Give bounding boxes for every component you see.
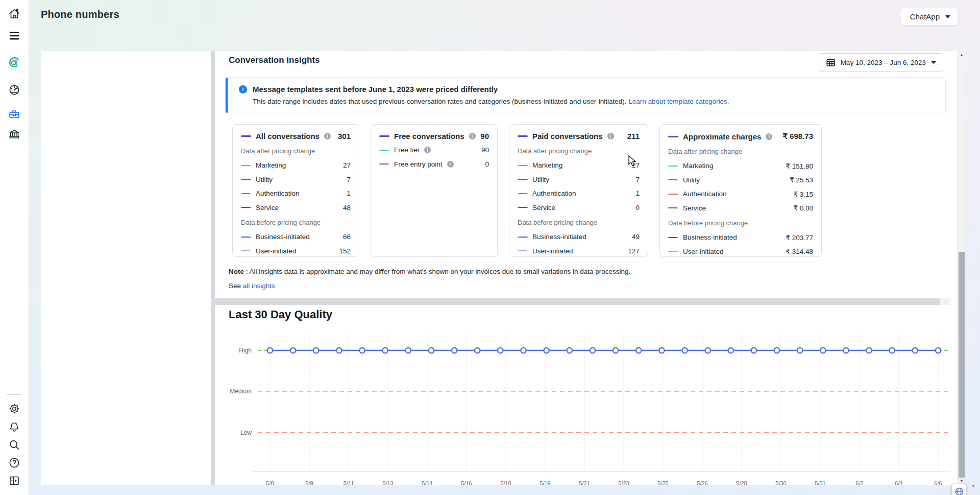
info-icon[interactable]: i — [424, 147, 431, 153]
data-point-marker[interactable] — [682, 348, 687, 353]
phone-numbers-page: { "page": { "title": "Phone numbers" }, … — [0, 0, 980, 495]
data-point-marker[interactable] — [567, 348, 572, 353]
metric-label: Marketing — [683, 162, 713, 170]
data-point-marker[interactable] — [544, 348, 549, 353]
toolbox-icon[interactable] — [8, 108, 20, 121]
metric-value: 48 — [343, 204, 351, 211]
data-point-marker[interactable] — [521, 348, 526, 353]
menu-icon[interactable] — [8, 30, 20, 42]
data-point-marker[interactable] — [475, 348, 480, 353]
card-section-label: Data before pricing change — [518, 219, 640, 227]
mouse-cursor — [628, 155, 640, 168]
all-insights-link[interactable]: all insights — [243, 282, 275, 290]
card-section-label: Data after pricing change — [518, 147, 640, 156]
insight-card-header: All conversationsi301 — [241, 132, 351, 140]
data-point-marker[interactable] — [290, 348, 296, 353]
page-title: Phone numbers — [41, 9, 119, 20]
search-icon[interactable] — [8, 439, 20, 451]
info-icon[interactable]: i — [469, 133, 476, 139]
data-point-marker[interactable] — [728, 348, 733, 353]
collapse-panel-icon[interactable] — [8, 475, 20, 487]
data-point-marker[interactable] — [406, 348, 411, 353]
app-logo-icon[interactable] — [8, 56, 20, 68]
sidebar — [0, 0, 29, 495]
card-section-label: Data before pricing change — [668, 219, 813, 228]
settings-gear-icon[interactable] — [8, 403, 20, 415]
metric-label: Business-initiated — [532, 233, 586, 241]
data-point-marker[interactable] — [267, 348, 273, 353]
x-axis-tick-label: 5/19 — [540, 480, 550, 485]
data-point-marker[interactable] — [797, 348, 802, 353]
horizontal-scrollbar[interactable] — [215, 298, 950, 305]
app-selector-button[interactable]: ChatApp — [900, 8, 959, 26]
meter-icon[interactable] — [8, 84, 20, 96]
info-icon[interactable]: i — [324, 133, 331, 139]
x-axis-tick-label: 6/2 — [855, 480, 863, 485]
metric-value: ₹ 151.80 — [786, 162, 813, 170]
metric-label: Free tier — [394, 146, 420, 154]
insight-card-title: Approximate charges — [683, 132, 761, 141]
dashed-line-swatch — [668, 179, 678, 180]
data-point-marker[interactable] — [498, 348, 503, 353]
series-line-swatch — [518, 135, 528, 137]
corner-caret-icon: ▼ — [971, 483, 976, 489]
data-point-marker[interactable] — [313, 348, 318, 353]
insight-card-header: Free conversationsi90 — [379, 132, 489, 140]
card-metric-row: Service48 — [241, 203, 351, 212]
data-point-marker[interactable] — [429, 348, 434, 353]
card-metric-row: User-initiated152 — [241, 246, 351, 255]
globe-button[interactable] — [951, 484, 967, 495]
insight-card-title: Free conversations — [394, 132, 464, 140]
date-range-picker[interactable]: May 10, 2023 – Jun 6, 2023 — [819, 53, 943, 72]
template-categories-link[interactable]: Learn about template categories. — [628, 98, 729, 105]
data-point-marker[interactable] — [936, 348, 941, 353]
dashed-line-swatch — [379, 163, 389, 164]
data-point-marker[interactable] — [751, 348, 756, 353]
dashed-line-swatch — [668, 237, 678, 238]
data-point-marker[interactable] — [774, 348, 779, 353]
chevron-down-icon — [945, 15, 950, 18]
data-point-marker[interactable] — [913, 348, 918, 353]
home-icon[interactable] — [8, 8, 20, 20]
scroll-up-arrow-icon[interactable]: ▲ — [958, 53, 965, 57]
pane-vertical-scrollbar[interactable] — [211, 51, 215, 485]
data-point-marker[interactable] — [382, 348, 387, 353]
page-vertical-scrollbar[interactable]: ▲ ▼ — [958, 51, 965, 485]
data-point-marker[interactable] — [336, 348, 341, 353]
help-icon[interactable] — [8, 457, 20, 469]
info-icon[interactable]: i — [447, 161, 454, 168]
data-point-marker[interactable] — [890, 348, 895, 353]
x-axis-tick-label: 5/25 — [657, 480, 668, 485]
data-point-marker[interactable] — [636, 348, 641, 353]
info-icon[interactable]: i — [766, 133, 772, 140]
bank-icon[interactable] — [8, 128, 20, 140]
data-point-marker[interactable] — [452, 348, 457, 353]
metric-label: User-initiated — [683, 248, 724, 255]
data-point-marker[interactable] — [659, 348, 664, 353]
data-point-marker[interactable] — [590, 348, 595, 353]
data-point-marker[interactable] — [613, 348, 618, 353]
metric-label: Service — [532, 204, 555, 211]
info-icon: i — [239, 85, 247, 93]
page-scrollbar-thumb[interactable] — [959, 252, 965, 478]
data-point-marker[interactable] — [359, 348, 364, 353]
insight-card-value: 301 — [338, 132, 351, 140]
notifications-bell-icon[interactable] — [8, 421, 20, 433]
metric-value: 0 — [485, 160, 489, 168]
metric-label: Service — [256, 204, 279, 211]
x-axis-tick-label: 5/16 — [461, 480, 472, 485]
insight-card-value: ₹ 698.73 — [782, 132, 813, 141]
dashed-line-swatch — [668, 207, 678, 208]
data-point-marker[interactable] — [705, 348, 710, 353]
info-icon[interactable]: i — [607, 133, 614, 139]
scroll-down-arrow-icon[interactable]: ▼ — [958, 479, 965, 483]
data-point-marker[interactable] — [866, 348, 871, 353]
metric-value: ₹ 3.15 — [793, 190, 813, 198]
y-axis-category-label: Low — [240, 429, 252, 436]
card-metric-row: User-initiated127 — [518, 246, 640, 255]
horizontal-scrollbar-thumb[interactable] — [215, 298, 940, 305]
data-point-marker[interactable] — [820, 348, 825, 353]
x-axis-tick-label: 5/21 — [579, 480, 590, 485]
data-point-marker[interactable] — [843, 348, 848, 353]
metric-value: ₹ 25.53 — [790, 176, 813, 184]
